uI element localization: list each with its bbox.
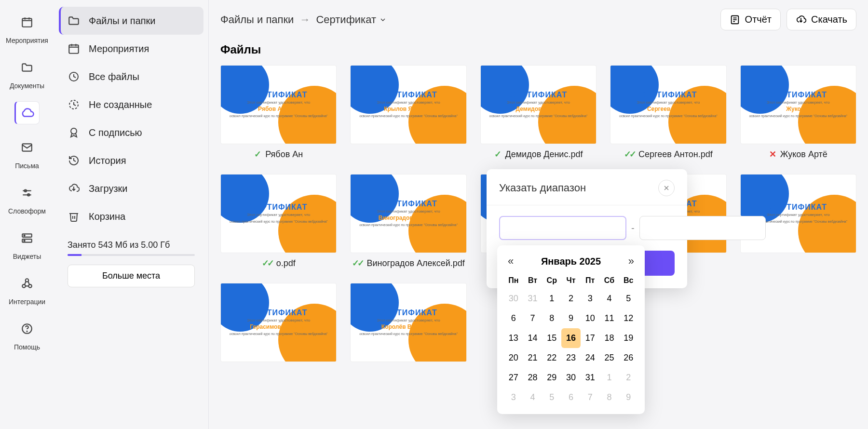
sidebar-item[interactable]: Корзина bbox=[59, 202, 203, 230]
cert-desc: освоил практический курс по программе "О… bbox=[749, 114, 847, 118]
sidebar-item[interactable]: История bbox=[59, 147, 203, 174]
sidebar-item[interactable]: Не созданные bbox=[59, 91, 203, 119]
sidebar-item[interactable]: Файлы и папки bbox=[59, 7, 203, 35]
file-card[interactable]: СЕРТИФИКАТ Этот сертификат удостоверяет,… bbox=[220, 283, 337, 362]
report-button[interactable]: Отчёт bbox=[720, 9, 781, 30]
calendar-day[interactable]: 2 bbox=[561, 289, 581, 308]
file-card[interactable]: СЕРТИФИКАТ Этот сертификат удостоверяет,… bbox=[610, 65, 726, 160]
calendar-day[interactable]: 10 bbox=[581, 308, 600, 328]
breadcrumb-separator-icon: → bbox=[299, 13, 310, 26]
file-thumbnail: СЕРТИФИКАТ Этот сертификат удостоверяет,… bbox=[220, 174, 337, 253]
sidebar-item[interactable]: Загрузки bbox=[59, 174, 203, 202]
calendar-day[interactable]: 5 bbox=[619, 289, 638, 308]
calendar-day[interactable]: 3 bbox=[581, 289, 600, 308]
calendar-day-muted[interactable]: 31 bbox=[523, 289, 542, 308]
rail-item-calendar[interactable]: Мероприятия bbox=[6, 8, 48, 47]
mail-icon bbox=[14, 136, 40, 159]
cert-person: Сергеев Антон bbox=[647, 106, 690, 112]
modal-close-button[interactable] bbox=[658, 180, 675, 196]
calendar-day[interactable]: 22 bbox=[542, 348, 561, 368]
more-storage-button[interactable]: Больше места bbox=[68, 265, 195, 287]
calendar-day[interactable]: 14 bbox=[523, 328, 542, 348]
breadcrumb-current[interactable]: Сертификат bbox=[316, 13, 387, 26]
rail-item-mail[interactable]: Письма bbox=[6, 133, 48, 173]
calendar-day-muted[interactable]: 8 bbox=[600, 388, 619, 407]
slider-icon bbox=[14, 181, 40, 204]
date-from-input[interactable] bbox=[499, 216, 626, 240]
sidebar-item[interactable]: Мероприятия bbox=[59, 35, 203, 63]
rail-label: Виджеты bbox=[13, 253, 41, 260]
file-thumbnail: СЕРТИФИКАТ Этот сертификат удостоверяет,… bbox=[350, 65, 466, 144]
folder-icon bbox=[68, 14, 80, 27]
download-button[interactable]: Скачать bbox=[787, 9, 856, 30]
calendar-day[interactable]: 25 bbox=[600, 348, 619, 368]
calendar-day[interactable]: 29 bbox=[542, 368, 561, 388]
cert-desc: освоил практический курс по программе "О… bbox=[359, 114, 458, 118]
calendar-day[interactable]: 8 bbox=[542, 308, 561, 328]
calendar-day-muted[interactable]: 2 bbox=[619, 368, 638, 388]
file-card[interactable]: СЕРТИФИКАТ Этот сертификат удостоверяет,… bbox=[480, 65, 597, 160]
calendar-day[interactable]: 28 bbox=[523, 368, 542, 388]
rail-item-webhook[interactable]: Интеграции bbox=[6, 269, 48, 308]
calendar-day[interactable]: 26 bbox=[619, 348, 638, 368]
file-thumbnail: СЕРТИФИКАТ Этот сертификат удостоверяет,… bbox=[220, 65, 337, 144]
cert-title: СЕРТИФИКАТ bbox=[250, 91, 307, 99]
storage-text: Занято 543 Мб из 5.00 Гб bbox=[68, 240, 195, 250]
calendar-day[interactable]: 11 bbox=[600, 308, 619, 328]
rail-item-folder[interactable]: Документы bbox=[6, 53, 48, 93]
sidebar-item[interactable]: Все файлы bbox=[59, 63, 203, 91]
calendar-day-muted[interactable]: 4 bbox=[523, 388, 542, 407]
file-card[interactable]: СЕРТИФИКАТ Этот сертификат удостоверяет,… bbox=[220, 174, 337, 268]
calendar-day[interactable]: 31 bbox=[581, 368, 600, 388]
cert-subtitle: Этот сертификат удостоверяет, что bbox=[247, 318, 310, 322]
sidebar-item[interactable]: С подписью bbox=[59, 119, 203, 147]
calendar-day-muted[interactable]: 30 bbox=[504, 289, 523, 308]
calendar-day[interactable]: 24 bbox=[581, 348, 600, 368]
calendar-prev-button[interactable]: « bbox=[508, 255, 514, 268]
file-card[interactable]: СЕРТИФИКАТ Этот сертификат удостоверяет,… bbox=[740, 65, 856, 160]
calendar-day[interactable]: 13 bbox=[504, 328, 523, 348]
calendar-next-button[interactable]: » bbox=[628, 255, 634, 268]
calendar-day[interactable]: 9 bbox=[561, 308, 581, 328]
calendar-day[interactable]: 6 bbox=[504, 308, 523, 328]
calendar-day[interactable]: 19 bbox=[619, 328, 638, 348]
file-card[interactable]: СЕРТИФИКАТ Этот сертификат удостоверяет,… bbox=[220, 65, 337, 160]
calendar-dow: Пт bbox=[581, 272, 600, 289]
svg-rect-18 bbox=[69, 45, 79, 53]
calendar-day[interactable]: 16 bbox=[561, 328, 581, 348]
calendar-day[interactable]: 20 bbox=[504, 348, 523, 368]
calendar-day[interactable]: 4 bbox=[600, 289, 619, 308]
calendar-day[interactable]: 1 bbox=[542, 289, 561, 308]
calendar-day[interactable]: 30 bbox=[561, 368, 581, 388]
calendar-day[interactable]: 12 bbox=[619, 308, 638, 328]
sidebar-item-label: Файлы и папки bbox=[89, 15, 156, 27]
calendar-day[interactable]: 18 bbox=[600, 328, 619, 348]
file-card[interactable]: СЕРТИФИКАТ Этот сертификат удостоверяет,… bbox=[350, 65, 466, 160]
calendar-day[interactable]: 27 bbox=[504, 368, 523, 388]
date-to-input[interactable] bbox=[639, 216, 766, 240]
calendar-day-muted[interactable]: 7 bbox=[581, 388, 600, 407]
calendar-day[interactable]: 23 bbox=[561, 348, 581, 368]
calendar-day[interactable]: 21 bbox=[523, 348, 542, 368]
rail-item-cloud[interactable] bbox=[6, 98, 48, 127]
cert-subtitle: Этот сертификат удостоверяет, что bbox=[377, 318, 440, 322]
file-card[interactable]: СЕРТИФИКАТ Этот сертификат удостоверяет,… bbox=[350, 283, 466, 362]
breadcrumb-root[interactable]: Файлы и папки bbox=[220, 13, 294, 26]
calendar-day[interactable]: 7 bbox=[523, 308, 542, 328]
rail-item-slider[interactable]: Словоформ bbox=[6, 178, 48, 218]
calendar-day-muted[interactable]: 1 bbox=[600, 368, 619, 388]
file-card[interactable]: СЕРТИФИКАТ Этот сертификат удостоверяет,… bbox=[350, 174, 466, 268]
rail-item-widget[interactable]: Виджеты bbox=[6, 224, 48, 263]
calendar-day-muted[interactable]: 6 bbox=[561, 388, 581, 407]
svg-rect-0 bbox=[22, 18, 32, 27]
cert-subtitle: Этот сертификат удостоверяет, что bbox=[507, 100, 570, 105]
calendar-day-muted[interactable]: 5 bbox=[542, 388, 561, 407]
calendar-popup: « Январь 2025 » ПнВтСрЧтПтСбВс3031123456… bbox=[497, 245, 645, 414]
breadcrumb: Файлы и папки → Сертификат bbox=[220, 13, 387, 26]
calendar-day[interactable]: 17 bbox=[581, 328, 600, 348]
rail-item-help[interactable]: Помощь bbox=[6, 314, 48, 354]
file-thumbnail: СЕРТИФИКАТ Этот сертификат удостоверяет,… bbox=[350, 174, 466, 253]
calendar-day-muted[interactable]: 3 bbox=[504, 388, 523, 407]
calendar-day-muted[interactable]: 9 bbox=[619, 388, 638, 407]
calendar-day[interactable]: 15 bbox=[542, 328, 561, 348]
